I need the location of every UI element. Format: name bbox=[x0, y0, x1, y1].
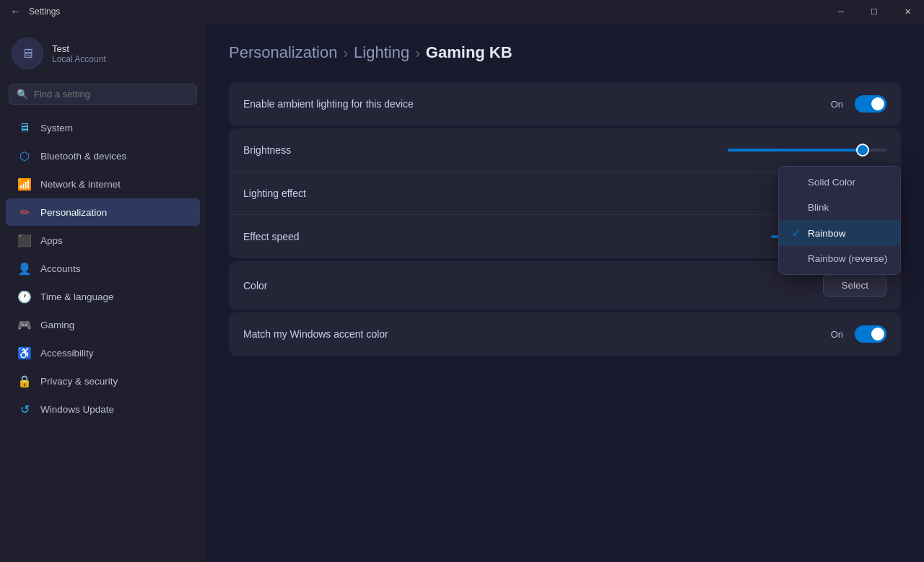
nav-label-time: Time & language bbox=[40, 291, 114, 302]
nav-label-network: Network & internet bbox=[40, 179, 121, 190]
dropdown-option-label: Rainbow (reverse) bbox=[808, 253, 887, 264]
brightness-label: Brightness bbox=[243, 144, 291, 156]
dropdown-option-label: Blink bbox=[808, 202, 829, 213]
dropdown-option-label: Solid Color bbox=[808, 177, 855, 188]
check-icon: ✓ bbox=[790, 227, 802, 239]
sidebar-item-accounts[interactable]: 👤 Accounts bbox=[6, 255, 200, 282]
sidebar-item-system[interactable]: 🖥 System bbox=[6, 114, 200, 141]
brightness-fill bbox=[728, 149, 863, 152]
nav-icon-time: 🕐 bbox=[17, 289, 32, 304]
accent-row: Match my Windows accent color On bbox=[229, 312, 901, 356]
search-input[interactable] bbox=[34, 89, 189, 100]
search-box[interactable]: 🔍 bbox=[9, 84, 197, 105]
accent-label: Match my Windows accent color bbox=[243, 328, 388, 340]
color-select-button[interactable]: Select bbox=[823, 274, 886, 297]
breadcrumb-sep-1: › bbox=[343, 45, 348, 61]
sidebar: 🖥 Test Local Account 🔍 🖥 System ⬡ Blueto… bbox=[0, 23, 206, 562]
lighting-effect-label: Lighting effect bbox=[243, 188, 306, 199]
content-area: Personalization › Lighting › Gaming KB E… bbox=[206, 23, 924, 562]
nav-icon-gaming: 🎮 bbox=[17, 317, 32, 332]
app-title: Settings bbox=[29, 6, 60, 17]
accent-state: On bbox=[831, 329, 843, 340]
nav-label-privacy: Privacy & security bbox=[40, 376, 118, 387]
user-info: Test Local Account bbox=[52, 43, 106, 64]
accent-toggle-wrapper: On bbox=[831, 325, 886, 343]
sidebar-item-apps[interactable]: ⬛ Apps bbox=[6, 227, 200, 254]
dropdown-option-rainbow[interactable]: ✓ Rainbow bbox=[779, 220, 900, 246]
ambient-row: Enable ambient lighting for this device … bbox=[229, 82, 901, 126]
window-controls: ─ ☐ ✕ bbox=[824, 0, 924, 23]
search-icon: 🔍 bbox=[17, 89, 28, 100]
dropdown-option-solid-color[interactable]: Solid Color bbox=[779, 170, 900, 195]
color-label: Color bbox=[243, 280, 267, 291]
nav-icon-update: ↺ bbox=[17, 402, 32, 416]
accent-toggle[interactable] bbox=[855, 325, 886, 343]
nav-label-accounts: Accounts bbox=[40, 263, 81, 274]
nav-label-update: Windows Update bbox=[40, 404, 114, 415]
user-section[interactable]: 🖥 Test Local Account bbox=[0, 32, 206, 81]
lighting-effect-dropdown[interactable]: Solid Color Blink ✓ Rainbow Rainbow (rev… bbox=[778, 166, 901, 275]
minimize-button[interactable]: ─ bbox=[824, 0, 858, 23]
brightness-thumb[interactable] bbox=[856, 144, 869, 157]
nav-icon-bluetooth: ⬡ bbox=[17, 149, 32, 163]
nav-icon-system: 🖥 bbox=[17, 120, 32, 135]
breadcrumb-lighting[interactable]: Lighting bbox=[354, 43, 409, 62]
nav-label-personalization: Personalization bbox=[40, 207, 107, 218]
nav-icon-accounts: 👤 bbox=[17, 261, 32, 276]
settings-card: Brightness Lighting effect Solid Color B… bbox=[229, 128, 901, 258]
lighting-effect-row: Lighting effect Solid Color Blink ✓ Rain… bbox=[229, 172, 901, 215]
effect-speed-label: Effect speed bbox=[243, 231, 300, 242]
brightness-track bbox=[728, 149, 886, 152]
dropdown-option-rainbow-(reverse)[interactable]: Rainbow (reverse) bbox=[779, 246, 900, 271]
user-name: Test bbox=[52, 43, 106, 54]
maximize-button[interactable]: ☐ bbox=[858, 0, 891, 23]
accent-card: Match my Windows accent color On bbox=[229, 312, 901, 356]
user-type: Local Account bbox=[52, 54, 106, 64]
ambient-label: Enable ambient lighting for this device bbox=[243, 98, 414, 110]
title-bar: ← Settings ─ ☐ ✕ bbox=[0, 0, 924, 23]
sidebar-item-time[interactable]: 🕐 Time & language bbox=[6, 283, 200, 310]
breadcrumb-current: Gaming KB bbox=[426, 43, 513, 62]
brightness-row: Brightness bbox=[229, 128, 901, 172]
breadcrumb-personalization[interactable]: Personalization bbox=[229, 43, 337, 62]
nav-icon-network: 📶 bbox=[17, 177, 32, 191]
sidebar-item-bluetooth[interactable]: ⬡ Bluetooth & devices bbox=[6, 142, 200, 170]
ambient-state: On bbox=[831, 99, 843, 110]
nav-label-accessibility: Accessibility bbox=[40, 348, 94, 359]
ambient-toggle-wrapper: On bbox=[831, 95, 886, 113]
sidebar-item-network[interactable]: 📶 Network & internet bbox=[6, 170, 200, 198]
nav-icon-personalization: ✏ bbox=[17, 205, 32, 219]
nav-icon-accessibility: ♿ bbox=[17, 346, 32, 360]
breadcrumb: Personalization › Lighting › Gaming KB bbox=[229, 43, 901, 62]
sidebar-item-update[interactable]: ↺ Windows Update bbox=[6, 395, 200, 423]
back-arrow[interactable]: ← bbox=[9, 4, 23, 19]
ambient-toggle[interactable] bbox=[855, 95, 886, 113]
close-button[interactable]: ✕ bbox=[891, 0, 924, 23]
nav-label-apps: Apps bbox=[40, 235, 63, 246]
nav-label-gaming: Gaming bbox=[40, 320, 74, 330]
brightness-slider-wrapper[interactable] bbox=[728, 149, 886, 152]
sidebar-item-personalization[interactable]: ✏ Personalization bbox=[6, 198, 200, 226]
nav-icon-privacy: 🔒 bbox=[17, 374, 32, 388]
nav-label-system: System bbox=[40, 123, 73, 133]
breadcrumb-sep-2: › bbox=[415, 45, 420, 61]
ambient-card: Enable ambient lighting for this device … bbox=[229, 82, 901, 126]
sidebar-item-accessibility[interactable]: ♿ Accessibility bbox=[6, 339, 200, 366]
nav-label-bluetooth: Bluetooth & devices bbox=[40, 151, 126, 162]
avatar: 🖥 bbox=[12, 38, 43, 69]
nav-icon-apps: ⬛ bbox=[17, 233, 32, 247]
nav-list: 🖥 System ⬡ Bluetooth & devices 📶 Network… bbox=[0, 113, 206, 423]
sidebar-item-gaming[interactable]: 🎮 Gaming bbox=[6, 311, 200, 338]
dropdown-option-blink[interactable]: Blink bbox=[779, 195, 900, 220]
sidebar-item-privacy[interactable]: 🔒 Privacy & security bbox=[6, 367, 200, 395]
dropdown-option-label: Rainbow bbox=[808, 228, 846, 239]
